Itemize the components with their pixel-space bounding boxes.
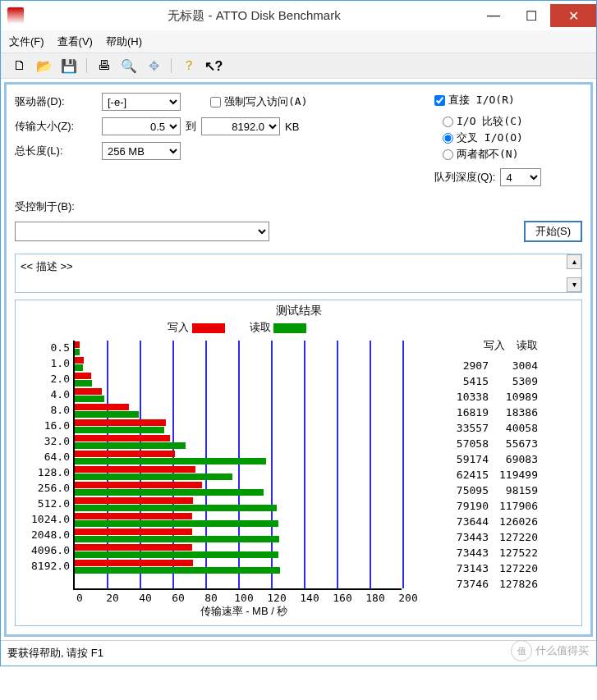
preview-icon[interactable]: 🔍 bbox=[120, 57, 138, 75]
status-text: 要获得帮助, 请按 F1 bbox=[7, 646, 103, 661]
write-bar bbox=[75, 419, 166, 426]
value-row: 29073004 bbox=[439, 358, 538, 373]
new-icon[interactable]: 🗋 bbox=[11, 57, 29, 75]
io-compare-radio[interactable]: I/O 比较(C) bbox=[443, 114, 582, 129]
transfer-from-select[interactable]: 0.5 bbox=[102, 117, 181, 135]
transfer-size-label: 传输大小(Z): bbox=[15, 119, 97, 134]
read-bar bbox=[75, 474, 232, 480]
value-row: 5705855673 bbox=[439, 436, 538, 451]
separator bbox=[171, 58, 172, 73]
move-icon[interactable]: ✥ bbox=[145, 57, 163, 75]
write-bar bbox=[75, 435, 170, 442]
overlap-io-radio[interactable]: 交叉 I/O(O) bbox=[443, 130, 582, 145]
maximize-button[interactable]: ☐ bbox=[512, 4, 550, 27]
start-button[interactable]: 开始(S) bbox=[524, 221, 582, 242]
write-bar bbox=[75, 404, 129, 410]
help-icon[interactable]: ？ bbox=[180, 57, 198, 75]
minimize-button[interactable]: — bbox=[475, 4, 512, 27]
drive-label: 驱动器(D): bbox=[15, 94, 97, 109]
force-write-checkbox[interactable]: 强制写入访问(A) bbox=[210, 94, 307, 109]
results-panel: 测试结果 写入 读取 0.51.02.04.08.016.032.064.012… bbox=[15, 300, 582, 626]
value-row: 54155309 bbox=[439, 373, 538, 389]
print-icon[interactable]: 🖶 bbox=[95, 57, 113, 75]
y-tick: 64.0 bbox=[22, 449, 70, 464]
watermark: 值 什么值得买 bbox=[511, 640, 589, 661]
statusbar: 要获得帮助, 请按 F1 bbox=[1, 640, 596, 666]
menu-help[interactable]: 帮助(H) bbox=[106, 34, 142, 49]
description-text: << 描述 >> bbox=[21, 260, 73, 272]
controlled-by-select[interactable] bbox=[15, 222, 269, 241]
value-row: 1033810989 bbox=[439, 389, 538, 405]
menu-view[interactable]: 查看(V) bbox=[57, 34, 93, 49]
read-bar bbox=[75, 442, 186, 449]
queue-select[interactable]: 4 bbox=[500, 168, 541, 186]
value-row: 73443127220 bbox=[439, 529, 538, 545]
value-row: 73746127826 bbox=[439, 576, 538, 592]
y-tick: 1.0 bbox=[22, 355, 70, 371]
length-label: 总长度(L): bbox=[15, 144, 97, 158]
length-select[interactable]: 256 MB bbox=[102, 142, 181, 160]
write-bar bbox=[75, 388, 102, 395]
write-bar bbox=[75, 451, 175, 457]
read-bar bbox=[75, 349, 80, 355]
y-tick: 2.0 bbox=[22, 371, 70, 387]
close-button[interactable]: ✕ bbox=[550, 4, 596, 27]
col-read-header: 读取 bbox=[517, 338, 538, 353]
col-write-header: 写入 bbox=[484, 338, 505, 353]
value-table: 2907300454155309103381098916819183863355… bbox=[439, 358, 538, 592]
y-tick: 32.0 bbox=[22, 433, 70, 449]
read-bar bbox=[75, 427, 164, 433]
menu-file[interactable]: 文件(F) bbox=[9, 34, 44, 49]
results-title: 测试结果 bbox=[22, 304, 575, 318]
y-tick: 16.0 bbox=[22, 418, 70, 433]
value-row: 79190117906 bbox=[439, 498, 538, 514]
read-bar bbox=[75, 396, 104, 402]
read-bar bbox=[75, 411, 139, 418]
value-row: 1681918386 bbox=[439, 405, 538, 420]
write-bar bbox=[75, 466, 195, 473]
value-row: 73143127220 bbox=[439, 560, 538, 576]
y-tick: 256.0 bbox=[22, 480, 70, 496]
watermark-text: 什么值得买 bbox=[535, 643, 589, 658]
write-bar bbox=[75, 373, 91, 379]
value-row: 62415119499 bbox=[439, 467, 538, 483]
neither-radio[interactable]: 两者都不(N) bbox=[443, 147, 582, 162]
value-row: 73644126026 bbox=[439, 514, 538, 529]
value-row: 73443127522 bbox=[439, 545, 538, 560]
read-bar bbox=[75, 520, 278, 527]
write-bar bbox=[75, 513, 192, 519]
y-tick: 512.0 bbox=[22, 496, 70, 511]
read-bar bbox=[75, 458, 266, 464]
read-bar bbox=[75, 551, 278, 558]
y-tick: 4096.0 bbox=[22, 542, 70, 558]
menubar: 文件(F) 查看(V) 帮助(H) bbox=[1, 30, 596, 53]
write-bar bbox=[75, 544, 192, 551]
whatsthis-icon[interactable]: ↖? bbox=[204, 57, 223, 75]
open-icon[interactable]: 📂 bbox=[35, 57, 53, 75]
y-tick: 4.0 bbox=[22, 387, 70, 402]
write-bar bbox=[75, 341, 80, 348]
unit-label: KB bbox=[285, 121, 299, 133]
to-label: 到 bbox=[186, 119, 196, 134]
window-title: 无标题 - ATTO Disk Benchmark bbox=[34, 8, 475, 24]
save-icon[interactable]: 💾 bbox=[60, 57, 78, 75]
content-panel: 驱动器(D): [-e-] 强制写入访问(A) 传输大小(Z): 0.5 到 8… bbox=[4, 82, 593, 637]
x-axis-label: 传输速率 - MB / 秒 bbox=[63, 604, 425, 619]
write-bar bbox=[75, 560, 193, 566]
read-bar bbox=[75, 489, 264, 496]
scroll-up-icon[interactable]: ▴ bbox=[567, 254, 581, 269]
value-row: 7509598159 bbox=[439, 483, 538, 498]
value-row: 5917469083 bbox=[439, 451, 538, 467]
queue-label: 队列深度(Q): bbox=[434, 170, 495, 185]
write-bar bbox=[75, 528, 192, 535]
legend-write-swatch bbox=[192, 323, 225, 333]
direct-io-checkbox[interactable]: 直接 I/O(R) bbox=[434, 93, 582, 108]
y-tick: 0.5 bbox=[22, 340, 70, 355]
drive-select[interactable]: [-e-] bbox=[102, 93, 181, 111]
description-box[interactable]: << 描述 >> ▴ ▾ bbox=[15, 254, 582, 293]
transfer-to-select[interactable]: 8192.0 bbox=[201, 117, 280, 135]
value-row: 3355740058 bbox=[439, 420, 538, 436]
separator bbox=[86, 58, 87, 73]
scroll-down-icon[interactable]: ▾ bbox=[567, 277, 581, 292]
y-tick: 1024.0 bbox=[22, 511, 70, 527]
